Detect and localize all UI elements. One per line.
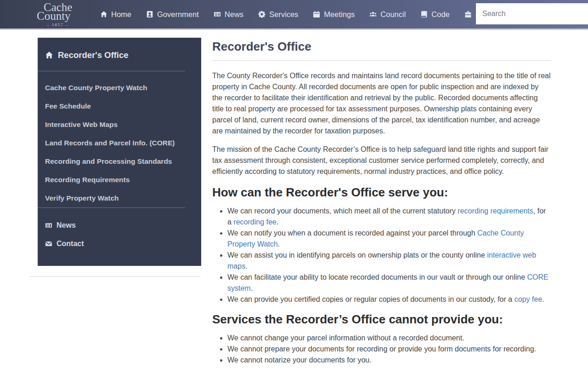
list-item-text: We can provide you certified copies or r… [227,295,514,303]
list-item: We can record your documents, which meet… [227,206,551,228]
list-item: We cannot ensure that the contents of yo… [227,366,551,368]
sidebar: Recorder's Office Cache County Property … [38,38,201,266]
under-sidebar-divider [29,276,201,277]
gear-icon [258,11,266,18]
sidebar-link-recording-and-processing-standards[interactable]: Recording and Processing Standards [45,152,194,171]
top-navigation-bar: Cache County – 1857 – HomeGovernmentNews… [0,0,588,30]
sidebar-title[interactable]: Recorder's Office [38,38,201,71]
nav-item-label: Home [111,10,131,19]
nav-item-code[interactable]: Code [420,10,449,19]
county-logo[interactable]: Cache County – 1857 – [37,1,85,27]
briefcase-icon [464,11,472,18]
list-item: We can provide you certified copies or r… [227,294,551,305]
nav-item-label: Government [157,10,199,19]
nav-item-council[interactable]: Council [369,10,406,19]
inline-link[interactable]: copy fee [514,295,542,303]
sidebar-link-verify-property-watch[interactable]: Verify Property Watch [45,189,194,207]
section-heading: Services the Recorder’s Office cannot pr… [212,311,551,327]
list-item-text: We can facilitate your ability to locate… [227,273,527,281]
newspaper-icon [45,222,52,229]
mission-paragraph: The mission of the Cache County Recorder… [212,144,551,177]
list-item: We can assist you in identifying parcels… [227,250,551,272]
nav-item-news[interactable]: News [214,10,243,19]
home-icon [45,51,53,59]
list-item-text: . [251,284,253,292]
logo-line2: County [37,10,85,22]
sidebar-link-land-records-and-parcel-info-core[interactable]: Land Records and Parcel Info. (CORE) [45,134,194,152]
main-content: Recorder's Office The County Recorder's … [212,39,551,368]
list-item: We cannot prepare your documents for rec… [227,344,551,355]
sidebar-link-interactive-web-maps[interactable]: Interactive Web Maps [45,115,194,134]
sidebar-link-cache-county-property-watch[interactable]: Cache County Property Watch [45,79,194,97]
list-item-text: We can notify you when a document is rec… [227,229,477,237]
home-icon [100,11,107,18]
list-item-text: . [245,262,247,270]
content-sections: How can the Recorder's Office serve you:… [212,184,551,368]
list-item-text: We cannot prepare your documents for rec… [227,345,536,353]
users-icon [369,11,377,18]
government-icon [146,11,153,18]
nav-item-home[interactable]: Home [100,10,131,19]
bullet-list: We cannot change your parcel information… [212,333,551,368]
list-item-text: We cannot change your parcel information… [227,334,464,342]
nav-item-label: Council [380,10,406,19]
list-item-text: . [278,240,280,248]
sidebar-footer-label: Contact [57,240,84,248]
news-icon [214,11,221,18]
sidebar-link-contact[interactable]: Contact [45,235,194,253]
sidebar-title-label: Recorder's Office [58,50,128,60]
section-heading: How can the Recorder's Office serve you: [212,184,551,200]
list-item: We can notify you when a document is rec… [227,228,551,250]
list-item-text: . [542,295,544,303]
nav-item-label: News [225,10,243,19]
list-item: We cannot notarize your documents for yo… [227,355,551,366]
nav-menu: HomeGovernmentNewsServicesMeetingsCounci… [100,10,492,19]
book-icon [420,11,428,18]
list-item-text: We can record your documents, which meet… [227,207,458,215]
nav-item-services[interactable]: Services [258,10,298,19]
calendar-icon [313,11,320,18]
nav-item-meetings[interactable]: Meetings [313,10,355,19]
list-item: We cannot change your parcel information… [227,333,551,344]
sidebar-link-news[interactable]: News [45,216,194,235]
logo-year: – 1857 – [47,23,85,27]
bullet-list: We can record your documents, which meet… [212,206,551,305]
title-divider [212,60,551,61]
nav-item-label: Code [431,10,449,19]
sidebar-link-recording-requirements[interactable]: Recording Requirements [45,171,194,189]
envelope-icon [45,240,52,247]
inline-link[interactable]: recording fee [233,218,276,226]
search-input[interactable] [476,3,588,24]
nav-item-label: Meetings [324,10,355,19]
list-item-text: . [277,218,278,226]
intro-paragraph: The County Recorder's Office records and… [212,70,551,137]
list-item-text: We cannot notarize your documents for yo… [227,356,372,364]
nav-item-government[interactable]: Government [146,10,199,19]
sidebar-links: Cache County Property WatchFee ScheduleI… [38,71,201,207]
inline-link[interactable]: recording requirements [458,207,533,215]
list-item: We can facilitate your ability to locate… [227,272,551,294]
sidebar-footer-label: News [57,221,76,230]
nav-item-label: Services [269,10,298,19]
sidebar-link-fee-schedule[interactable]: Fee Schedule [45,97,194,115]
page-title: Recorder's Office [212,39,551,54]
sidebar-footer-links: NewsContact [38,208,201,253]
list-item-text: We can assist you in identifying parcels… [227,251,487,259]
